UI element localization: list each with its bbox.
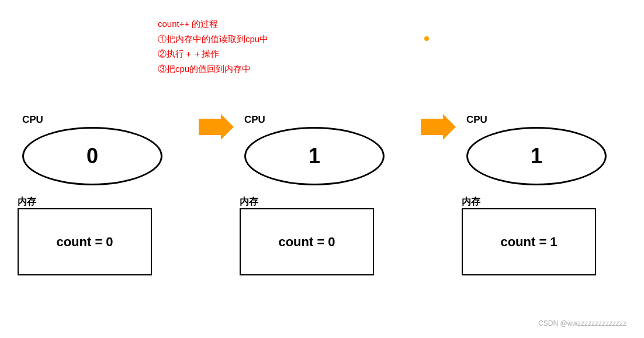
description-block: count++ 的过程 ①把内存中的值读取到cpu中 ②执行＋＋操作 ③把cpu… <box>158 16 268 76</box>
arrow-shape-2 <box>421 114 456 140</box>
memory-section-3: 内存 count = 1 <box>462 196 596 275</box>
desc-line1: count++ 的过程 <box>158 16 268 32</box>
memory-box-3: count = 1 <box>462 208 596 275</box>
diagram-1: CPU 0 内存 count = 0 <box>18 114 193 275</box>
orange-dot-decoration <box>424 36 429 41</box>
cpu-value-1: 0 <box>86 144 98 168</box>
memory-label-3: 内存 <box>462 196 596 208</box>
arrow-shape-1 <box>199 114 234 140</box>
memory-value-3: count = 1 <box>500 234 557 250</box>
memory-box-2: count = 0 <box>240 208 374 275</box>
svg-marker-0 <box>199 114 234 140</box>
desc-line2: ①把内存中的值读取到cpu中 <box>158 32 268 47</box>
desc-line4: ③把cpu的值回到内存中 <box>158 61 268 77</box>
cpu-label-3: CPU <box>466 114 487 126</box>
memory-label-2: 内存 <box>240 196 374 208</box>
diagram-3: CPU 1 内存 count = 1 <box>462 114 637 275</box>
cpu-value-3: 1 <box>531 144 542 168</box>
memory-value-1: count = 0 <box>56 234 113 250</box>
watermark: CSDN @wwzzzzzzzzzzzzzz <box>538 319 626 327</box>
memory-value-2: count = 0 <box>278 234 335 250</box>
memory-box-1: count = 0 <box>18 208 152 275</box>
arrow-1 <box>193 114 240 172</box>
cpu-ellipse-3: 1 <box>466 127 607 185</box>
svg-marker-1 <box>421 114 456 140</box>
memory-section-1: 内存 count = 0 <box>18 196 152 275</box>
cpu-ellipse-2: 1 <box>244 127 385 185</box>
cpu-label-2: CPU <box>244 114 265 126</box>
diagram-2: CPU 1 内存 count = 0 <box>240 114 415 275</box>
arrow-2 <box>415 114 462 172</box>
diagrams-container: CPU 0 内存 count = 0 CPU 1 内存 count = 0 <box>18 114 637 275</box>
cpu-label-1: CPU <box>22 114 43 126</box>
memory-section-2: 内存 count = 0 <box>240 196 374 275</box>
cpu-ellipse-1: 0 <box>22 127 162 185</box>
cpu-value-2: 1 <box>309 144 320 168</box>
memory-label-1: 内存 <box>18 196 152 208</box>
desc-line3: ②执行＋＋操作 <box>158 46 268 61</box>
